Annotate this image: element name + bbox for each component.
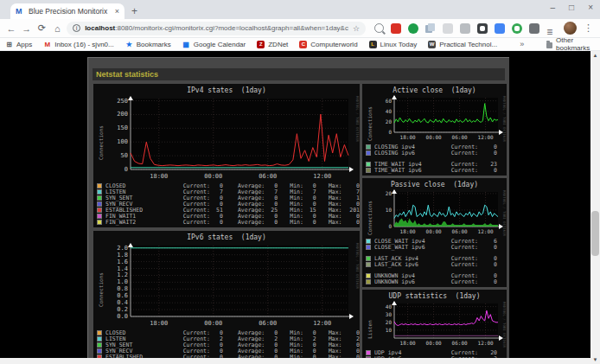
mail-extension-icon[interactable]	[391, 23, 401, 34]
blue-pill-extension-icon[interactable]	[495, 23, 505, 34]
bookmark-icon-5: C	[299, 41, 307, 48]
window-maximize-button[interactable]: □	[569, 3, 574, 12]
legend-swatch	[97, 330, 102, 335]
svg-text:1.4: 1.4	[117, 265, 128, 272]
folder-icon	[546, 42, 552, 48]
svg-text:150: 150	[117, 125, 128, 131]
svg-text:200: 200	[117, 111, 128, 118]
search-extension-icon[interactable]	[374, 23, 384, 33]
legend-swatch	[97, 201, 102, 207]
reading-list-icon[interactable]	[546, 23, 557, 34]
bookmark-star-icon[interactable]: ☆	[353, 24, 360, 33]
legend-stat-value: 0	[478, 261, 497, 268]
gray-square-extension-icon[interactable]	[443, 23, 453, 34]
vertical-scrollbar[interactable]: ▲ ▼	[590, 51, 600, 364]
scroll-down-icon[interactable]: ▼	[590, 355, 600, 364]
svg-text:0.4: 0.4	[117, 299, 128, 306]
site-info-icon[interactable]: i	[73, 24, 80, 32]
bookmark-item-3[interactable]: ▦Google Calendar	[182, 41, 246, 48]
graph-body: Connections0.00.20.40.60.81.01.21.41.61.…	[93, 241, 360, 328]
graph-ipv6-1: IPv6 states (1day)Connections0.00.20.40.…	[93, 231, 360, 358]
svg-text:2.0: 2.0	[117, 245, 128, 252]
speaker-extension-icon[interactable]	[460, 23, 470, 34]
green-circle-extension-icon-inner	[514, 26, 520, 31]
chrome-menu-icon[interactable]: ⋮	[584, 22, 593, 34]
svg-text:0.2: 0.2	[117, 306, 128, 313]
legend-series-name: TIME_WAIT ipv6	[374, 167, 438, 174]
graph-active-2: Active close (1day)Connections020406018:…	[362, 84, 507, 176]
home-icon[interactable]: ⌂	[49, 23, 65, 34]
horizontal-scrollbar[interactable]	[0, 358, 590, 364]
url-text: localhost:8080/monitorix-cgi/monitorix.c…	[85, 24, 348, 32]
green-orb-extension-icon[interactable]	[408, 23, 418, 34]
svg-text:12:00: 12:00	[313, 173, 331, 180]
svg-text:1.2: 1.2	[117, 271, 128, 278]
svg-text:10: 10	[386, 327, 393, 333]
forward-icon[interactable]: →	[19, 23, 35, 34]
svg-text:0: 0	[388, 223, 392, 229]
graphs-left-column: IPv4 states (1day)Connections05010015020…	[93, 84, 360, 358]
graph-body: Listen1020304018:0000:0006:0012:00	[362, 300, 507, 348]
legend-stat-label: Current:	[438, 261, 478, 268]
graph-y-axis-label: Connections	[362, 94, 372, 142]
scroll-up-icon[interactable]: ▲	[590, 51, 600, 60]
legend-swatch	[97, 220, 102, 225]
svg-text:20: 20	[386, 118, 393, 125]
profile-avatar[interactable]	[564, 22, 577, 35]
tab-close-icon[interactable]: ×	[115, 7, 119, 16]
bookmark-label: Computerworld	[310, 41, 357, 48]
svg-text:30: 30	[386, 311, 393, 317]
bookmark-item-7[interactable]: WPractical Technol...	[428, 41, 497, 48]
legend-swatch	[366, 245, 371, 250]
back-icon[interactable]: ←	[3, 23, 19, 34]
legend-row: CLOSING ipv6Current:0	[366, 150, 507, 156]
puzzle-extensions-icon[interactable]	[529, 23, 539, 34]
bookmark-icon-4: Z	[257, 41, 265, 48]
rrdtool-watermark: RRDTOOL / TOBI OETIKER	[502, 96, 507, 142]
new-tab-button[interactable]: +	[131, 5, 137, 17]
bookmark-item-1[interactable]: MInbox (16) - sjvn0...	[43, 41, 113, 48]
legend-swatch	[97, 342, 102, 348]
bookmark-label: Linux Today	[380, 41, 418, 48]
green-circle-extension-icon[interactable]	[512, 23, 522, 34]
svg-text:18:00: 18:00	[150, 173, 168, 180]
copy-pages-extension-icon[interactable]	[425, 23, 436, 34]
legend-row: CLOSE_WAIT ipv6Current:0	[366, 244, 507, 250]
legend-row: TIME_WAIT ipv6Current:0	[366, 167, 507, 173]
bookmark-icon-0: ⊞	[5, 41, 13, 48]
graph-body: Connections020406018:0000:0006:0012:00	[362, 94, 507, 142]
rrdtool-watermark: RRDTOOL / TOBI OETIKER	[355, 243, 360, 289]
svg-text:1.8: 1.8	[117, 252, 128, 259]
y-axis-label-text: Connections	[367, 106, 373, 141]
page-viewport: Netstat statistics IPv4 states (1day)Con…	[0, 51, 590, 358]
browser-tab[interactable]: M Blue Precision Monitorix ×	[10, 3, 124, 19]
graphs-right-column: Active close (1day)Connections020406018:…	[362, 84, 507, 358]
other-bookmarks-label: Other bookmarks	[556, 36, 592, 52]
other-bookmarks-button[interactable]: Other bookmarks	[546, 36, 592, 52]
legend-swatch	[366, 350, 371, 355]
svg-text:100: 100	[117, 138, 128, 145]
bookmark-label: ZDNet	[268, 41, 288, 48]
dark-square-extension-icon[interactable]	[477, 23, 488, 34]
graph-passive-3: Passive close (1day)Connections0102018:0…	[362, 178, 507, 287]
legend-row: UNKNOWN ipv6Current:0	[366, 278, 507, 284]
legend-stat-label: Current:	[438, 278, 478, 285]
bookmark-item-4[interactable]: ZZDNet	[257, 41, 288, 48]
bookmark-item-5[interactable]: CComputerworld	[299, 41, 357, 48]
graph-plot: 0.00.20.40.60.81.01.21.41.61.82.018:0000…	[103, 241, 359, 328]
legend-swatch	[97, 195, 102, 201]
svg-text:60: 60	[386, 98, 393, 104]
bookmarks-overflow-icon[interactable]: »	[520, 40, 524, 48]
address-bar[interactable]: i localhost:8080/monitorix-cgi/monitorix…	[67, 22, 366, 35]
tab-strip: M Blue Precision Monitorix × + – □ ×	[0, 0, 600, 19]
graph-plot: 0102018:0000:0006:0012:00	[372, 188, 505, 236]
window-minimize-button[interactable]: –	[551, 3, 556, 12]
bookmark-item-0[interactable]: ⊞Apps	[5, 41, 32, 48]
bookmark-icon-2: ★	[125, 41, 133, 48]
bookmark-item-2[interactable]: ★Bookmarks	[125, 41, 171, 48]
window-close-button[interactable]: ×	[588, 3, 593, 12]
reload-icon[interactable]: ⟳	[35, 22, 50, 34]
graph-ipv4-0: IPv4 states (1day)Connections05010015020…	[93, 84, 360, 227]
vertical-scrollbar-thumb[interactable]	[591, 211, 599, 256]
bookmark-item-6[interactable]: LLinux Today	[369, 41, 418, 48]
